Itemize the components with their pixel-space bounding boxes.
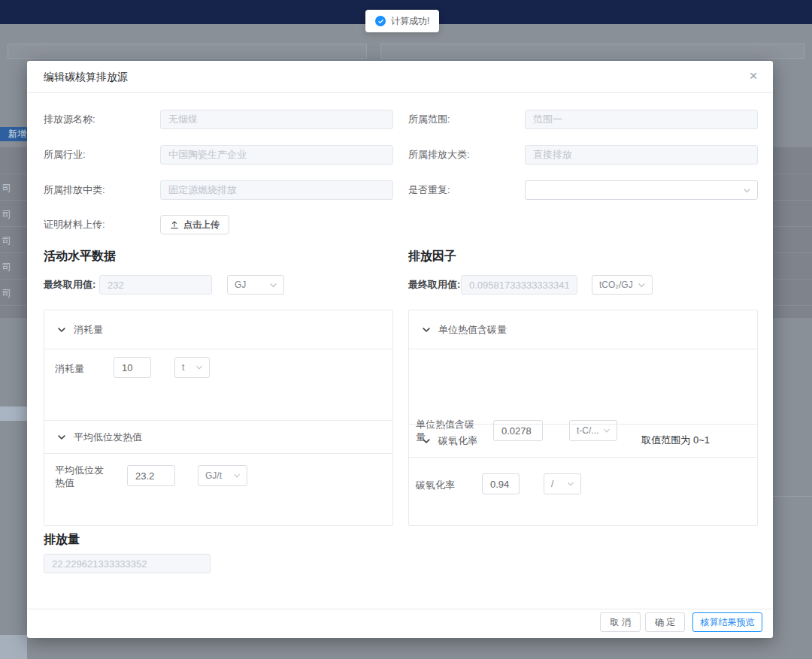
source-name-field: [160, 110, 393, 129]
factor-final-label: 最终取用值:: [408, 275, 460, 295]
scope-label: 所属范围:: [408, 110, 450, 129]
confirm-button[interactable]: 确 定: [645, 612, 685, 632]
emission-amount-heading: 排放量: [44, 532, 80, 548]
scope-field: [525, 110, 758, 129]
factor-panels: 单位热值含碳量 单位热值含碳量 t-C/... 碳氧化率 取值范围为 0~1 碳…: [408, 310, 758, 526]
table-row: 司: [2, 183, 11, 193]
emission-mid-label: 所属排放中类:: [44, 180, 105, 200]
chevron-down-icon: [422, 325, 431, 334]
activity-panels: 消耗量 消耗量 t 平均低位发热值 平均低位发热值: [44, 310, 393, 526]
oxidation-rate-unit-value: /: [551, 479, 553, 489]
emission-major-field: [525, 145, 758, 165]
factor-unit-value: tCO₂/GJ: [599, 280, 633, 290]
upload-button-label: 点击上传: [183, 219, 220, 231]
oxidation-rate-input[interactable]: [482, 473, 520, 494]
background-card: [380, 44, 804, 59]
table-row: 司: [2, 261, 11, 272]
consumption-unit-value: t: [182, 362, 184, 373]
chevron-down-icon: [567, 480, 574, 488]
oxidation-range-note: 取值范围为 0~1: [641, 434, 710, 447]
chevron-down-icon: [233, 472, 241, 479]
heating-value-unit-value: GJ/t: [205, 470, 222, 481]
upload-button[interactable]: 点击上传: [160, 215, 229, 234]
table-row: 司: [2, 288, 11, 298]
chevron-down-icon: [743, 186, 751, 195]
industry-label: 所属行业:: [44, 145, 86, 165]
cancel-button[interactable]: 取 消: [600, 612, 641, 632]
panel-title: 单位热值含碳量: [438, 323, 507, 337]
activity-unit-value: GJ: [235, 280, 246, 290]
chevron-down-icon: [195, 364, 203, 371]
emission-major-label: 所属排放大类:: [408, 145, 470, 165]
dialog-title: 编辑碳核算排放源: [44, 71, 128, 84]
upload-label: 证明材料上传:: [44, 215, 105, 234]
heating-value-input[interactable]: [127, 465, 175, 486]
factor-final-field: [461, 275, 577, 295]
background-line: [773, 496, 812, 497]
activity-final-field: [99, 275, 212, 295]
consumption-row-label: 消耗量: [55, 362, 84, 375]
chevron-down-icon: [57, 433, 66, 442]
carbon-content-panel-header[interactable]: 单位热值含碳量: [409, 310, 757, 349]
consumption-input[interactable]: [114, 357, 151, 378]
consumption-panel-header[interactable]: 消耗量: [44, 310, 392, 349]
background-strip: [0, 635, 27, 659]
oxidation-rate-unit-select[interactable]: /: [544, 473, 581, 494]
activity-final-label: 最终取用值:: [44, 275, 95, 295]
check-circle-icon: [375, 16, 386, 26]
industry-field: [160, 145, 393, 165]
preview-result-button[interactable]: 核算结果预览: [692, 612, 762, 632]
heating-value-unit-select[interactable]: GJ/t: [198, 465, 247, 486]
chevron-down-icon: [638, 281, 646, 289]
upload-icon: [170, 220, 179, 229]
success-toast: 计算成功!: [365, 10, 439, 32]
source-name-label: 排放源名称:: [44, 110, 95, 129]
panel-title: 碳氧化率: [438, 434, 477, 448]
factor-unit-select[interactable]: tCO₂/GJ: [592, 275, 653, 295]
activity-data-heading: 活动水平数据: [44, 249, 116, 265]
close-icon[interactable]: ×: [746, 68, 761, 83]
toast-message: 计算成功!: [391, 15, 429, 28]
heating-value-panel-header[interactable]: 平均低位发热值: [44, 420, 392, 454]
chevron-down-icon: [422, 437, 431, 446]
emission-amount-field: [44, 554, 211, 573]
emission-factor-heading: 排放因子: [408, 249, 456, 265]
duplicate-label: 是否重复:: [408, 180, 450, 200]
oxidation-rate-row-label: 碳氧化率: [416, 479, 455, 491]
consumption-unit-select[interactable]: t: [174, 357, 210, 378]
edit-emission-source-dialog: 编辑碳核算排放源 × 排放源名称: 所属范围: 所属行业: 所属排放大类: 所属…: [27, 61, 773, 638]
screen: 司 司 司 司 司 新增 计算成功! 编辑碳核算排放源 × 排放源名称: 所属范…: [0, 0, 812, 659]
panel-title: 平均低位发热值: [74, 431, 142, 444]
emission-mid-field: [160, 180, 393, 200]
chevron-down-icon: [57, 325, 66, 334]
divider: [27, 609, 773, 609]
background-strip: [0, 407, 27, 421]
duplicate-select[interactable]: [525, 180, 758, 200]
chevron-down-icon: [269, 281, 277, 289]
activity-unit-select[interactable]: GJ: [227, 275, 284, 295]
table-row: 司: [2, 235, 11, 246]
background-card: [8, 44, 367, 59]
table-row: 司: [2, 209, 11, 219]
divider: [27, 92, 773, 93]
heating-value-row-label: 平均低位发热值: [55, 464, 109, 489]
panel-title: 消耗量: [74, 323, 103, 337]
